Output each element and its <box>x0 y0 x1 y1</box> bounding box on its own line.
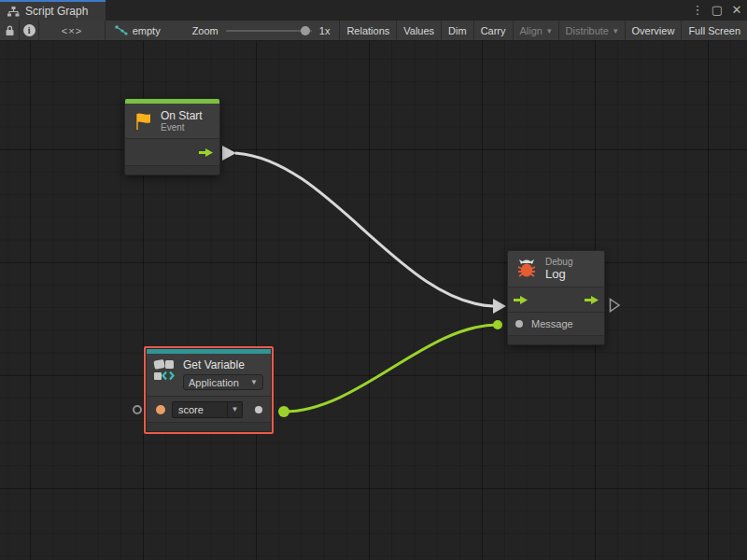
wire-end-arrowhead <box>493 299 506 314</box>
graph-source-label: empty <box>133 25 161 36</box>
close-icon[interactable]: ✕ <box>730 0 743 21</box>
variable-name-field: score ▼ <box>172 401 243 418</box>
info-icon: i <box>23 24 35 36</box>
zoom-value: 1x <box>319 25 331 36</box>
chevron-down-icon: ▼ <box>250 378 258 386</box>
variable-name-input-port[interactable] <box>156 405 165 414</box>
debug-log-message-row: Message <box>508 312 604 335</box>
debug-log-title: Log <box>545 267 572 281</box>
variable-scope-value: Application <box>189 377 239 388</box>
exec-output-port[interactable] <box>585 296 599 304</box>
distribute-dropdown[interactable]: Distribute <box>559 21 626 40</box>
on-start-header: On Start Event <box>125 104 219 138</box>
relations-button[interactable]: Relations <box>340 21 397 40</box>
tab-title: Script Graph <box>25 5 88 18</box>
wire-start-arrowhead <box>222 146 236 161</box>
unconnected-value-port[interactable] <box>133 405 142 414</box>
node-on-start[interactable]: On Start Event <box>124 98 220 175</box>
value-wire[interactable] <box>284 325 498 412</box>
node-get-variable[interactable]: Get Variable Application ▼ score ▼ <box>146 348 272 432</box>
exec-wire[interactable] <box>235 153 493 306</box>
graph-source-chip[interactable]: empty <box>106 21 170 40</box>
zoom-control: Zoom 1x <box>170 21 340 40</box>
variable-name-input[interactable]: score <box>172 401 228 418</box>
info-button[interactable]: i <box>20 21 39 40</box>
variable-inline-dot <box>255 406 262 413</box>
lock-icon <box>5 25 15 36</box>
exec-continuation-arrow <box>609 298 621 313</box>
message-input-port[interactable] <box>515 320 523 328</box>
exec-output-port[interactable] <box>199 148 213 157</box>
bug-icon <box>515 259 538 279</box>
exec-input-port[interactable] <box>514 296 528 304</box>
code-icon: <×> <box>62 25 82 36</box>
carry-button[interactable]: Carry <box>474 21 514 40</box>
maximize-icon[interactable]: ▢ <box>711 0 724 21</box>
variable-scope-dropdown[interactable]: Application ▼ <box>183 374 263 390</box>
window-controls: ⋮ ▢ ✕ <box>691 0 743 21</box>
values-button[interactable]: Values <box>397 21 442 40</box>
align-dropdown[interactable]: Align <box>514 21 559 40</box>
debug-log-category: Debug <box>545 257 572 267</box>
get-variable-footer <box>147 422 271 431</box>
variable-output-port[interactable] <box>278 406 289 417</box>
get-variable-title: Get Variable <box>183 358 263 371</box>
variable-picker-button[interactable]: ▼ <box>228 401 243 418</box>
value-wire-end-dot <box>493 320 502 329</box>
zoom-slider[interactable] <box>226 30 312 32</box>
debug-log-header: Debug Log <box>508 251 604 287</box>
zoom-label: Zoom <box>192 25 218 36</box>
get-variable-header: Get Variable Application ▼ <box>147 354 271 396</box>
debug-log-exec-row <box>508 287 604 312</box>
tab-script-graph[interactable]: Script Graph <box>0 0 106 21</box>
code-preview-button[interactable]: <×> <box>39 21 105 40</box>
on-start-title: On Start <box>161 109 203 122</box>
on-start-subtitle: Event <box>161 122 203 133</box>
graph-asset-icon <box>115 25 128 36</box>
kebab-menu-icon[interactable]: ⋮ <box>691 0 704 21</box>
debug-log-footer <box>508 335 604 344</box>
lock-button[interactable] <box>0 21 20 40</box>
graph-canvas[interactable]: On Start Event <box>0 41 747 560</box>
graph-toolbar: i <×> empty Zoom 1x Relations Values Dim <box>0 21 747 41</box>
overview-button[interactable]: Overview <box>626 21 683 40</box>
flag-icon <box>133 111 153 132</box>
get-variable-icon <box>153 358 176 382</box>
title-bar: Script Graph ⋮ ▢ ✕ <box>0 0 747 21</box>
graph-tab-icon <box>7 7 20 17</box>
fullscreen-button[interactable]: Full Screen <box>682 21 747 40</box>
toolbar-buttons: Relations Values Dim Carry Align Distrib… <box>339 21 747 40</box>
on-start-footer <box>125 165 219 175</box>
connection-wires <box>0 41 747 560</box>
selection-outline: Get Variable Application ▼ score ▼ <box>144 346 274 434</box>
get-variable-port-row: score ▼ <box>147 396 271 422</box>
zoom-slider-handle[interactable] <box>301 26 310 35</box>
message-port-label: Message <box>531 318 573 329</box>
dim-button[interactable]: Dim <box>442 21 474 40</box>
script-graph-window: Script Graph ⋮ ▢ ✕ i <×> <box>0 0 747 560</box>
on-start-port-row <box>125 138 219 165</box>
node-debug-log[interactable]: Debug Log Message <box>507 250 605 345</box>
